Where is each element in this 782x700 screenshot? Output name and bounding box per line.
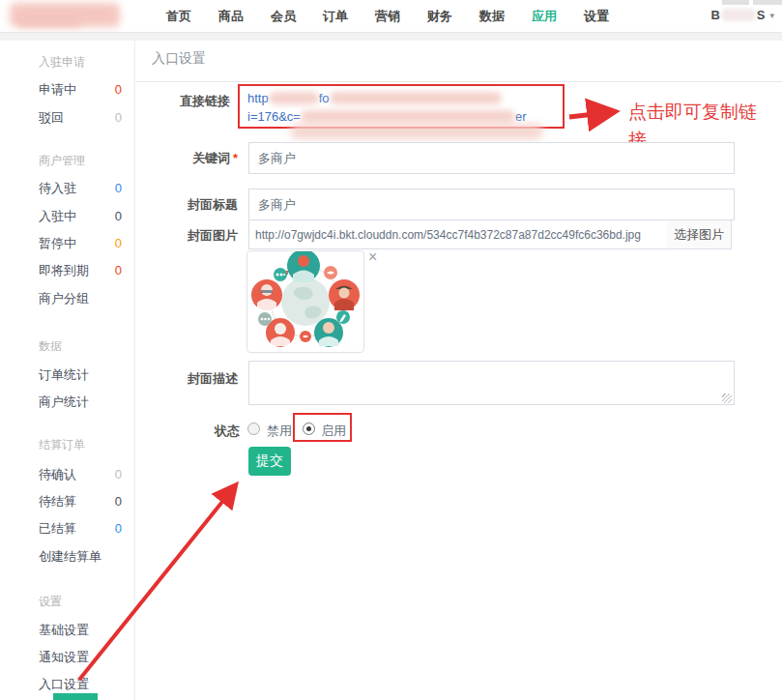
sidebar-item-label: 待入驻 bbox=[39, 181, 76, 195]
sidebar-item-expiring[interactable]: 即将到期 0 bbox=[39, 262, 122, 279]
nav-item-finance[interactable]: 财务 bbox=[427, 8, 452, 25]
sidebar-item-label: 入驻中 bbox=[39, 209, 76, 223]
redacted-blur bbox=[269, 92, 319, 104]
globe-people-illustration bbox=[247, 251, 363, 352]
status-label: 状态 bbox=[201, 423, 240, 440]
sidebar-item-count: 0 bbox=[115, 466, 122, 483]
title-divider bbox=[136, 81, 782, 82]
cover-image-url-input[interactable] bbox=[248, 219, 668, 249]
sidebar-item-applying[interactable]: 申请中 0 bbox=[39, 81, 122, 99]
app-window: 首页 商品 会员 订单 营销 财务 数据 应用 设置 B S ▾ 入驻申请 申请… bbox=[0, 0, 782, 700]
sidebar-section-apply: 入驻申请 bbox=[39, 54, 85, 70]
redacted-blur bbox=[330, 92, 502, 104]
sidebar-item-label: 商户统计 bbox=[39, 394, 89, 409]
nav-item-orders[interactable]: 订单 bbox=[323, 8, 348, 25]
sidebar-item-count: 0 bbox=[115, 180, 122, 197]
cover-image-preview bbox=[246, 250, 364, 353]
required-asterisk: * bbox=[233, 151, 238, 165]
chevron-down-icon: ▾ bbox=[769, 11, 774, 20]
sidebar-item-in-entry[interactable]: 入驻中 0 bbox=[39, 208, 122, 225]
sidebar-item-create-settlement[interactable]: 创建结算单 bbox=[39, 548, 122, 566]
sidebar-item-merchant-stats[interactable]: 商户统计 bbox=[39, 394, 122, 411]
cover-title-input[interactable] bbox=[248, 189, 735, 220]
nav-item-data[interactable]: 数据 bbox=[479, 8, 505, 25]
keyword-input[interactable] bbox=[248, 142, 735, 174]
nav-item-marketing[interactable]: 营销 bbox=[375, 8, 400, 25]
submit-button[interactable]: 提交 bbox=[248, 447, 291, 476]
sidebar-section-settings: 设置 bbox=[39, 594, 62, 609]
sidebar-item-merchant-groups[interactable]: 商户分组 bbox=[39, 290, 122, 307]
sidebar-item-entry-settings[interactable]: 入口设置 bbox=[39, 676, 122, 693]
main-nav: 首页 商品 会员 订单 营销 财务 数据 应用 设置 bbox=[166, 8, 609, 25]
sidebar-item-label: 创建结算单 bbox=[39, 549, 101, 564]
redacted-blur bbox=[301, 110, 515, 123]
sidebar-item-label: 通知设置 bbox=[39, 650, 89, 664]
user-name-redacted-blur bbox=[721, 9, 756, 21]
sidebar-item-count: 0 bbox=[115, 81, 122, 99]
sidebar-item-label: 申请中 bbox=[39, 82, 76, 97]
cover-title-label: 封面标题 bbox=[180, 196, 238, 214]
cover-desc-label: 封面描述 bbox=[180, 370, 238, 388]
sidebar-item-label: 待结算 bbox=[39, 494, 76, 509]
sidebar-item-label: 入口设置 bbox=[39, 677, 89, 691]
header-divider-strip bbox=[0, 32, 782, 41]
sidebar-item-rejected[interactable]: 驳回 0 bbox=[39, 109, 122, 127]
sidebar-item-label: 商户分组 bbox=[39, 291, 89, 306]
sidebar-item-count: 0 bbox=[115, 235, 122, 252]
keyword-label-text: 关键词 bbox=[192, 151, 230, 165]
logo-redacted-blur bbox=[17, 16, 81, 27]
nav-item-apps-active[interactable]: 应用 bbox=[532, 8, 557, 25]
browser-edge-artifact bbox=[722, 0, 749, 5]
sidebar-item-pending-entry[interactable]: 待入驻 0 bbox=[39, 180, 122, 197]
user-name-suffix: S bbox=[757, 8, 766, 22]
status-radio-enabled-label[interactable]: 启用 bbox=[321, 423, 346, 440]
sidebar-item-label: 基础设置 bbox=[39, 623, 89, 637]
sidebar-section-data: 数据 bbox=[39, 338, 62, 354]
sidebar-item-label: 已结算 bbox=[39, 521, 76, 536]
sidebar-section-merchants: 商户管理 bbox=[39, 153, 85, 168]
user-name-prefix: B bbox=[710, 8, 719, 22]
link-text: fo bbox=[319, 89, 330, 107]
choose-image-button[interactable]: 选择图片 bbox=[667, 219, 732, 249]
nav-item-settings[interactable]: 设置 bbox=[584, 8, 609, 25]
direct-link-label: 直接链接 bbox=[172, 93, 230, 110]
sidebar-item-count: 0 bbox=[115, 208, 122, 225]
sidebar-section-settlement: 结算订单 bbox=[39, 437, 85, 452]
sidebar-item-to-settle[interactable]: 待结算 0 bbox=[39, 493, 122, 510]
sidebar-item-count: 0 bbox=[115, 520, 122, 538]
nav-item-home[interactable]: 首页 bbox=[166, 8, 191, 25]
sidebar-item-label: 即将到期 bbox=[39, 263, 89, 277]
sidebar-item-basic-settings[interactable]: 基础设置 bbox=[39, 622, 122, 639]
arrow-to-copy-hint bbox=[569, 112, 611, 117]
top-navbar: 首页 商品 会员 订单 营销 财务 数据 应用 设置 B S ▾ bbox=[0, 0, 782, 32]
browser-edge-artifact bbox=[753, 0, 782, 5]
sidebar-item-label: 订单统计 bbox=[39, 367, 89, 382]
sidebar-item-to-confirm[interactable]: 待确认 0 bbox=[39, 466, 122, 483]
cover-desc-textarea[interactable] bbox=[248, 361, 735, 405]
remove-image-icon[interactable]: × bbox=[368, 249, 377, 265]
link-text: http bbox=[247, 89, 269, 107]
sidebar-item-order-stats[interactable]: 订单统计 bbox=[39, 366, 122, 384]
sidebar-active-indicator bbox=[53, 693, 98, 700]
direct-link-box[interactable]: http fo i=176&c= er bbox=[238, 84, 565, 129]
sidebar-item-notify-settings[interactable]: 通知设置 bbox=[39, 649, 122, 666]
direct-link-line1: http fo bbox=[247, 89, 555, 107]
cover-image-label: 封面图片 bbox=[180, 227, 238, 245]
link-text: i=176&c= bbox=[247, 107, 301, 126]
status-radio-enabled[interactable] bbox=[303, 423, 315, 435]
sidebar-item-count: 0 bbox=[115, 493, 122, 510]
redacted-blur bbox=[290, 124, 543, 139]
textarea-resize-handle[interactable] bbox=[722, 394, 732, 403]
sidebar-item-settled[interactable]: 已结算 0 bbox=[39, 520, 122, 538]
keyword-label: 关键词* bbox=[180, 150, 238, 167]
sidebar-item-count: 0 bbox=[115, 262, 122, 279]
status-radio-disabled-label[interactable]: 禁用 bbox=[267, 423, 292, 440]
user-menu[interactable]: B S ▾ bbox=[710, 8, 774, 22]
sidebar: 入驻申请 申请中 0 驳回 0 商户管理 待入驻 0 入驻中 0 暂停中 0 即… bbox=[0, 41, 135, 700]
nav-item-products[interactable]: 商品 bbox=[218, 8, 244, 25]
sidebar-item-paused[interactable]: 暂停中 0 bbox=[39, 235, 122, 252]
nav-item-members[interactable]: 会员 bbox=[271, 8, 296, 25]
status-radio-disabled[interactable] bbox=[247, 423, 260, 435]
sidebar-item-label: 待确认 bbox=[39, 467, 76, 481]
sidebar-item-count: 0 bbox=[115, 109, 122, 127]
